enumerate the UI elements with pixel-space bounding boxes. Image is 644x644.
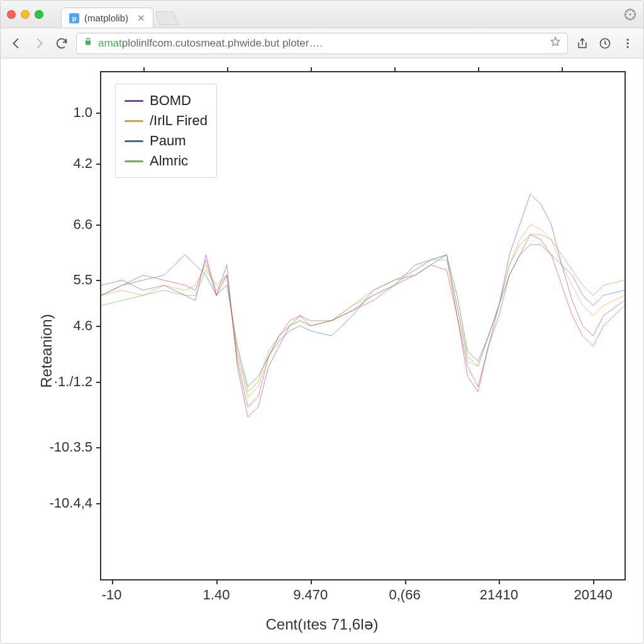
legend-label: /IrlL Fired (150, 113, 208, 129)
legend-item: Almric (125, 151, 208, 171)
y-tick-label: 4.2 (73, 155, 101, 172)
y-tick-label: ·1./1.2 (54, 374, 101, 390)
y-axis-label: Reteanion) (38, 314, 55, 387)
x-tick-label: -10 (102, 579, 122, 603)
legend-swatch (125, 140, 143, 142)
svg-point-1 (629, 13, 631, 16)
series-line (101, 225, 625, 397)
new-tab-button[interactable] (155, 11, 178, 25)
svg-point-3 (626, 38, 628, 40)
plot-axes: BOMD/IrlL FiredPaumAlmric 1.04.26.65.54.… (100, 71, 626, 580)
legend-swatch (125, 160, 143, 162)
back-button[interactable] (8, 35, 25, 52)
x-tick-top (143, 67, 145, 72)
maximize-window-button[interactable] (35, 10, 43, 19)
address-bar[interactable]: amatplolinlfcom.cutosmeat.phwide.but plo… (76, 33, 568, 54)
series-line (101, 235, 625, 392)
legend: BOMD/IrlL FiredPaumAlmric (115, 84, 217, 178)
lock-icon (83, 36, 93, 50)
tab-title: (matplolib) (84, 13, 128, 23)
y-tick-label: 6.6 (73, 216, 101, 233)
legend-label: Almric (150, 153, 188, 169)
y-tick-label: -10.4,4 (50, 495, 102, 511)
legend-swatch (125, 100, 143, 102)
y-tick-label: 5.5 (73, 272, 101, 288)
svg-point-4 (626, 42, 628, 44)
legend-item: BOMD (125, 91, 208, 111)
x-tick-label: 9.470 (293, 579, 328, 603)
tab-active[interactable]: p (matplolib) ✕ (61, 8, 153, 28)
y-tick-label: 1.0 (73, 104, 101, 121)
tab-strip: p (matplolib) ✕ (61, 1, 176, 28)
svg-point-5 (626, 46, 628, 48)
bookmark-star-icon[interactable] (550, 36, 561, 50)
y-tick-label: 4.6 (73, 318, 101, 334)
x-tick-top (311, 67, 312, 72)
minimize-window-button[interactable] (21, 10, 30, 19)
favicon-icon: p (69, 13, 79, 23)
legend-label: Paum (150, 133, 186, 149)
toolbar: amatplolinlfcom.cutosmeat.phwide.but plo… (1, 28, 643, 58)
forward-button[interactable] (31, 35, 47, 52)
url-text: amatplolinlfcom.cutosmeat.phwide.but plo… (98, 37, 545, 50)
matplotlib-figure: Reteanion) Cent(ıtes 71,6lə) BOMD/IrlL F… (6, 65, 638, 637)
x-axis-label: Cent(ıtes 71,6lə) (6, 616, 638, 633)
x-tick-label: 20140 (574, 579, 612, 603)
close-window-button[interactable] (7, 10, 16, 19)
legend-label: BOMD (150, 92, 191, 109)
x-tick-label: 21410 (480, 579, 518, 603)
extension-icon[interactable] (623, 8, 637, 21)
x-tick-top (562, 67, 563, 72)
legend-swatch (125, 120, 143, 122)
x-tick-label: 0,(66 (389, 579, 420, 603)
share-icon[interactable] (574, 35, 591, 52)
history-icon[interactable] (597, 35, 613, 52)
series-line (101, 245, 625, 387)
y-tick-label: -10.3.5 (50, 439, 102, 455)
legend-item: /IrlL Fired (125, 111, 208, 131)
browser-window: p (matplolib) ✕ ama (0, 0, 644, 644)
reload-button[interactable] (53, 35, 70, 52)
page-content: Reteanion) Cent(ıtes 71,6lə) BOMD/IrlL F… (1, 58, 643, 643)
x-tick-top (227, 67, 228, 72)
x-tick-label: 1.40 (203, 579, 230, 603)
close-tab-button[interactable]: ✕ (137, 13, 145, 24)
titlebar: p (matplolib) ✕ (1, 1, 643, 28)
window-controls (7, 10, 43, 19)
legend-item: Paum (125, 131, 208, 151)
series-line (101, 235, 625, 407)
x-tick-top (394, 67, 396, 72)
x-tick-top (478, 67, 479, 72)
menu-icon[interactable] (619, 35, 636, 52)
